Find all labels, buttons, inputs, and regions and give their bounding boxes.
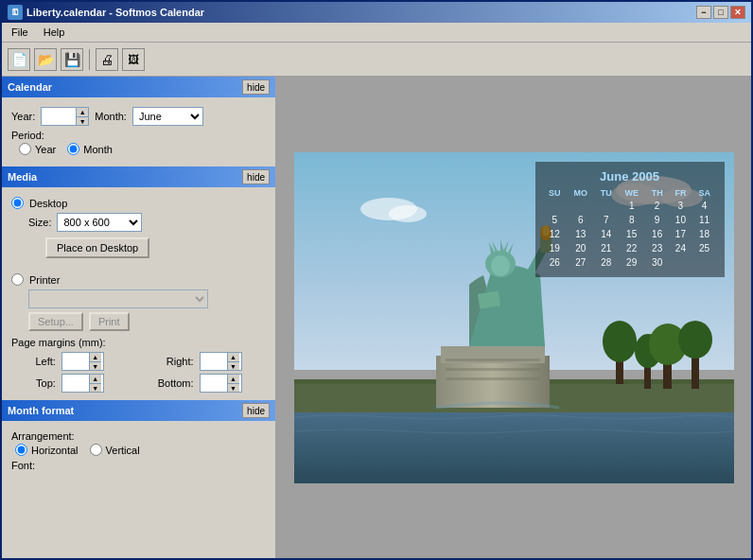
printer-radio[interactable] bbox=[11, 273, 24, 286]
calendar-day bbox=[594, 199, 618, 213]
left-margin-input[interactable]: 10 bbox=[62, 353, 89, 370]
calendar-day: 20 bbox=[567, 241, 594, 255]
printer-buttons-row: Setup... Print bbox=[11, 312, 266, 331]
arrangement-row: Arrangement: bbox=[11, 430, 266, 442]
calendar-day: 28 bbox=[594, 255, 618, 270]
month-format-body: Arrangement: Horizontal Vertical F bbox=[2, 425, 275, 477]
desktop-radio[interactable] bbox=[11, 197, 24, 209]
desktop-label: Desktop bbox=[29, 198, 67, 209]
horizontal-radio[interactable] bbox=[15, 444, 27, 456]
preview-icon: 🖼 bbox=[128, 53, 139, 66]
calendar-day: 26 bbox=[543, 255, 568, 270]
print-button[interactable]: 🖨 bbox=[96, 48, 118, 71]
right-margin-down[interactable]: ▼ bbox=[228, 361, 239, 370]
year-up[interactable]: ▲ bbox=[77, 108, 88, 116]
calendar-day: 10 bbox=[669, 213, 692, 227]
calendar-day: 16 bbox=[645, 227, 669, 241]
calendar-overlay: June 2005 SUMOTUWETHFRSA 123456789101112… bbox=[535, 162, 725, 277]
calendar-hide-button[interactable]: hide bbox=[242, 79, 270, 95]
bottom-margin-input[interactable]: 15 bbox=[201, 375, 227, 392]
top-margin-input[interactable]: 15 bbox=[62, 375, 89, 392]
calendar-week-row: 12131415161718 bbox=[543, 227, 717, 241]
period-year-group: Year bbox=[19, 143, 56, 155]
svg-rect-19 bbox=[446, 359, 540, 361]
media-hide-button[interactable]: hide bbox=[242, 169, 270, 184]
svg-point-31 bbox=[491, 255, 510, 276]
left-margin-up[interactable]: ▲ bbox=[90, 353, 101, 361]
year-spin[interactable]: 2005 ▲ ▼ bbox=[41, 107, 89, 126]
period-row: Period: bbox=[11, 130, 266, 141]
bottom-margin-down[interactable]: ▼ bbox=[228, 383, 239, 392]
new-button[interactable]: 📄 bbox=[8, 48, 30, 71]
day-header: TH bbox=[645, 187, 669, 199]
close-button[interactable]: ✕ bbox=[730, 6, 745, 19]
right-margin-input[interactable]: 10 bbox=[201, 353, 227, 370]
open-button[interactable]: 📂 bbox=[34, 48, 57, 71]
period-month-radio[interactable] bbox=[67, 143, 79, 155]
month-format-hide-button[interactable]: hide bbox=[242, 403, 270, 418]
font-row: Font: bbox=[11, 460, 266, 471]
window-title: Liberty.calendar - Softmos Calendar bbox=[26, 7, 204, 18]
period-month-label: Month bbox=[83, 144, 113, 155]
bottom-margin-spin[interactable]: 15 ▲ ▼ bbox=[200, 374, 242, 393]
left-margin-label: Left: bbox=[11, 356, 56, 367]
printer-radio-row: Printer bbox=[11, 273, 266, 286]
app-icon: 🗓 bbox=[8, 5, 23, 20]
left-margin-down[interactable]: ▼ bbox=[90, 361, 101, 370]
menu-bar: File Help bbox=[2, 23, 751, 43]
right-margin-label: Right: bbox=[133, 356, 193, 367]
right-margin-up[interactable]: ▲ bbox=[228, 353, 239, 361]
calendar-section: Calendar hide Year: 2005 ▲ ▼ Month: bbox=[2, 77, 275, 165]
calendar-day: 9 bbox=[645, 213, 669, 227]
calendar-week-row: 567891011 bbox=[543, 213, 717, 227]
vertical-radio[interactable] bbox=[90, 444, 102, 456]
bottom-margin-up[interactable]: ▲ bbox=[228, 375, 239, 383]
save-button[interactable]: 💾 bbox=[61, 48, 83, 71]
maximize-button[interactable]: □ bbox=[713, 6, 728, 19]
preview-button[interactable]: 🖼 bbox=[122, 48, 145, 71]
desktop-radio-row: Desktop bbox=[11, 197, 266, 209]
size-select[interactable]: 800 x 600 1024 x 768 1280 x 1024 1600 x … bbox=[57, 213, 142, 232]
top-margin-spin[interactable]: 15 ▲ ▼ bbox=[61, 374, 104, 393]
calendar-week-row: 1234 bbox=[543, 199, 717, 213]
right-margin-spin[interactable]: 10 ▲ ▼ bbox=[200, 352, 242, 371]
size-label: Size: bbox=[28, 217, 51, 228]
calendar-day: 17 bbox=[669, 227, 692, 241]
media-section: Media hide Desktop Size: 800 x 600 1024 … bbox=[2, 166, 275, 398]
svg-point-5 bbox=[389, 205, 427, 222]
vertical-group: Vertical bbox=[90, 444, 140, 456]
font-label: Font: bbox=[11, 460, 35, 471]
calendar-day: 5 bbox=[543, 213, 568, 227]
left-margin-spin[interactable]: 10 ▲ ▼ bbox=[61, 352, 104, 371]
print-action-button[interactable]: Print bbox=[89, 312, 130, 331]
month-select[interactable]: June January February March April May Ju… bbox=[132, 107, 203, 126]
margins-grid: Left: 10 ▲ ▼ Right: 10 bbox=[11, 352, 266, 393]
minimize-button[interactable]: − bbox=[696, 6, 711, 19]
top-margin-up[interactable]: ▲ bbox=[90, 375, 101, 383]
vertical-label: Vertical bbox=[106, 445, 140, 456]
period-year-radio[interactable] bbox=[19, 143, 31, 155]
year-down[interactable]: ▼ bbox=[77, 116, 88, 125]
save-icon: 💾 bbox=[64, 52, 80, 67]
calendar-day: 13 bbox=[567, 227, 594, 241]
calendar-day bbox=[669, 255, 692, 270]
open-icon: 📂 bbox=[38, 52, 54, 67]
title-bar: 🗓 Liberty.calendar - Softmos Calendar − … bbox=[2, 2, 751, 23]
year-input[interactable]: 2005 bbox=[42, 108, 76, 125]
new-icon: 📄 bbox=[11, 52, 27, 67]
svg-point-10 bbox=[603, 321, 637, 362]
menu-help[interactable]: Help bbox=[38, 25, 71, 40]
setup-button[interactable]: Setup... bbox=[28, 312, 83, 331]
bottom-margin-label: Bottom: bbox=[133, 377, 193, 389]
calendar-day: 12 bbox=[543, 227, 568, 241]
svg-rect-20 bbox=[446, 368, 540, 371]
top-margin-down[interactable]: ▼ bbox=[90, 383, 101, 392]
place-on-desktop-button[interactable]: Place on Desktop bbox=[45, 237, 149, 258]
calendar-day: 8 bbox=[618, 213, 645, 227]
svg-rect-21 bbox=[446, 377, 540, 380]
menu-file[interactable]: File bbox=[6, 25, 34, 40]
printer-select[interactable] bbox=[28, 289, 208, 308]
month-label: Month: bbox=[95, 111, 127, 122]
day-header: TU bbox=[594, 187, 618, 199]
calendar-day: 22 bbox=[618, 241, 645, 255]
